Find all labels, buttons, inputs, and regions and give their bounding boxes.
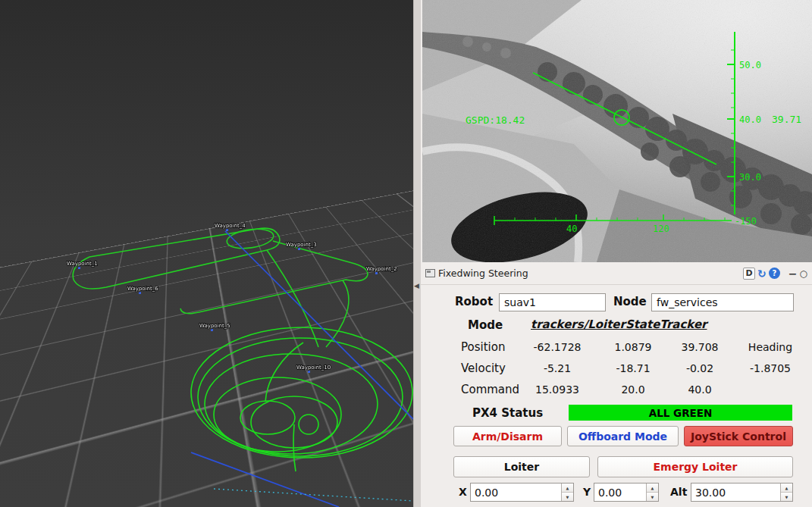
robot-input[interactable]	[499, 293, 606, 311]
waypoint-label: Waypoint_6	[127, 286, 158, 292]
control-buttons-row: Arm/Disarm Offboard Mode JoyStick Contro…	[421, 426, 812, 446]
plugin-icon	[425, 269, 435, 277]
emergy-loiter-button[interactable]: Emergy Loiter	[597, 456, 793, 477]
alt-spinbox-input[interactable]	[691, 484, 780, 501]
fixedwing-steering-panel: GSPD:18.42 50.0	[421, 0, 812, 507]
alt-tick-50: 50.0	[739, 60, 761, 70]
y-spinbox[interactable]: ▲ ▼	[594, 483, 659, 502]
x-spin-down-icon[interactable]: ▼	[562, 493, 573, 501]
minimize-icon[interactable]: −	[788, 268, 798, 280]
plugin-title: Fixedwing Steering	[438, 268, 528, 279]
loiter-circles	[191, 327, 412, 471]
waypoint-label: Waypoint_4	[215, 223, 246, 229]
waypoint-label: Waypoint_1	[67, 261, 98, 267]
command-row: Command 15.0933 20.0 40.0	[421, 382, 812, 397]
rviz-3d-view[interactable]: Waypoint_4 Waypoint_3 Waypoint_1 Waypoin…	[0, 0, 413, 507]
velocity-label: Velocity	[421, 361, 519, 375]
alt-spin-down-icon[interactable]: ▼	[781, 493, 792, 501]
cyan-dashed-path	[214, 489, 413, 501]
dock-button[interactable]: D	[743, 268, 755, 280]
camera-view: GSPD:18.42 50.0	[422, 0, 812, 262]
px4-status-row: PX4 Status ALL GREEN	[421, 405, 812, 421]
node-label: Node	[613, 295, 647, 308]
robot-label: Robot	[455, 295, 493, 308]
hdg-tick-40: 40	[566, 224, 577, 234]
px4-status-label: PX4 Status	[472, 406, 543, 420]
float-icon[interactable]: ○	[800, 268, 807, 279]
velocity-z: -0.02	[671, 362, 729, 374]
joystick-control-button[interactable]: JoyStick Control	[684, 426, 793, 446]
alt-spinbox[interactable]: ▲ ▼	[691, 483, 793, 502]
x-spinbox-input[interactable]	[471, 484, 561, 501]
hdg-tick-120: 120	[653, 224, 669, 234]
loiter-buttons-row: Loiter Emergy Loiter	[421, 456, 812, 477]
position-z: 39.708	[671, 341, 729, 353]
heading-label: Heading	[729, 341, 812, 353]
position-row: Position -62.1728 1.0879 39.708 Heading	[421, 340, 812, 355]
trajectory-overlay: Waypoint_4 Waypoint_3 Waypoint_1 Waypoin…	[0, 0, 413, 507]
command-z: 40.0	[671, 383, 729, 396]
velocity-row: Velocity -5.21 -18.71 -0.02 -1.8705	[421, 361, 812, 376]
waypoint-label: Waypoint_3	[286, 242, 317, 248]
mode-row: Mode trackers/LoiterStateTracker	[421, 318, 812, 334]
loiter-button[interactable]: Loiter	[453, 456, 590, 477]
setpoint-row: X ▲ ▼ Y ▲ ▼ Alt ▲ ▼	[421, 483, 812, 502]
hdg-tick-end: -150	[735, 216, 757, 227]
heading-value: -1.8705	[729, 362, 812, 374]
plugin-titlebar: Fixedwing Steering D ↻ ? − ○	[421, 262, 812, 285]
altitude-readout: 39.71	[772, 114, 801, 125]
velocity-x: -5.21	[519, 362, 595, 374]
waypoint-label: Waypoint_10	[296, 365, 331, 371]
alt-spin-up-icon[interactable]: ▲	[781, 484, 792, 493]
panel-splitter[interactable]: ◀	[413, 0, 421, 507]
waypoint-label: Waypoint_5	[199, 323, 230, 329]
arm-disarm-button[interactable]: Arm/Disarm	[453, 426, 562, 446]
velocity-y: -18.71	[595, 362, 671, 374]
mode-label: Mode	[468, 318, 503, 332]
y-spin-up-icon[interactable]: ▲	[647, 484, 658, 493]
y-spin-down-icon[interactable]: ▼	[647, 493, 658, 501]
position-label: Position	[421, 340, 519, 354]
offboard-mode-button[interactable]: Offboard Mode	[567, 426, 679, 446]
command-y: 20.0	[595, 383, 671, 396]
alt-tick-40: 40.0	[739, 114, 761, 125]
refresh-icon[interactable]: ↻	[757, 268, 767, 280]
px4-status-badge: ALL GREEN	[569, 405, 792, 421]
y-spinbox-input[interactable]	[594, 484, 646, 501]
x-label: X	[459, 486, 467, 498]
alt-label: Alt	[670, 486, 687, 498]
splitter-collapse-icon[interactable]: ◀	[414, 282, 419, 289]
app-window: Waypoint_4 Waypoint_3 Waypoint_1 Waypoin…	[0, 0, 812, 507]
robot-node-row: Robot Node	[421, 293, 812, 311]
position-y: 1.0879	[595, 341, 671, 353]
position-x: -62.1728	[519, 341, 595, 353]
mode-value: trackers/LoiterStateTracker	[531, 318, 707, 331]
alt-tick-30: 30.0	[739, 172, 761, 183]
waypoint-label: Waypoint_2	[366, 266, 397, 272]
help-icon[interactable]: ?	[769, 268, 780, 279]
command-x: 15.0933	[519, 383, 595, 396]
y-label: Y	[583, 486, 591, 498]
command-label: Command	[421, 383, 519, 396]
node-input[interactable]	[651, 293, 794, 311]
hud-groundspeed: GSPD:18.42	[466, 114, 525, 126]
x-spinbox[interactable]: ▲ ▼	[470, 483, 574, 502]
waypoint-markers	[78, 229, 378, 373]
x-spin-up-icon[interactable]: ▲	[562, 484, 573, 493]
